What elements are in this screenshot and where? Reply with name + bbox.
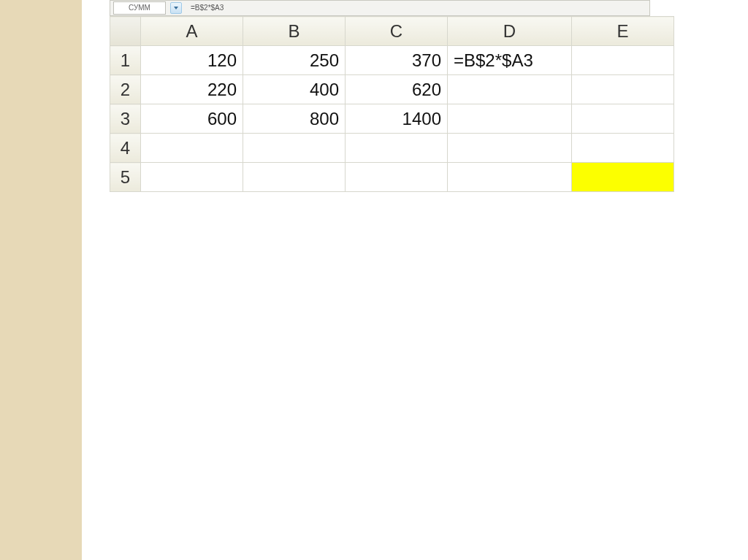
cell-C2[interactable]: 620 (346, 75, 448, 104)
row-header-2[interactable]: 2 (110, 75, 141, 104)
cell-A2[interactable]: 220 (141, 75, 243, 104)
table-row: 4 (110, 134, 674, 163)
cell-A4[interactable] (141, 134, 243, 163)
cell-D4[interactable] (448, 134, 572, 163)
table-row: 1 120 250 370 =B$2*$A3 (110, 46, 674, 75)
cell-E5[interactable] (572, 163, 674, 192)
row-header-1[interactable]: 1 (110, 46, 141, 75)
column-header-row: A B C D E (110, 17, 674, 46)
cell-C5[interactable] (346, 163, 448, 192)
cell-E4[interactable] (572, 134, 674, 163)
spreadsheet-container: СУММ =B$2*$A3 A B C D E 1 (110, 0, 650, 192)
name-box[interactable]: СУММ (113, 1, 166, 15)
cell-D5[interactable] (448, 163, 572, 192)
table-row: 3 600 800 1400 (110, 104, 674, 134)
row-header-5[interactable]: 5 (110, 163, 141, 192)
cell-B3[interactable]: 800 (243, 104, 346, 134)
cell-B4[interactable] (243, 134, 346, 163)
cell-E3[interactable] (572, 104, 674, 134)
select-all-corner[interactable] (110, 17, 141, 46)
cell-D3[interactable] (448, 104, 572, 134)
cell-D2[interactable] (448, 75, 572, 104)
cell-C1[interactable]: 370 (346, 46, 448, 75)
cell-C4[interactable] (346, 134, 448, 163)
cell-E1[interactable] (572, 46, 674, 75)
cell-D1[interactable]: =B$2*$A3 (448, 46, 572, 75)
cell-B5[interactable] (243, 163, 346, 192)
name-box-dropdown-icon[interactable] (170, 2, 182, 14)
page: СУММ =B$2*$A3 A B C D E 1 (0, 0, 748, 560)
table-row: 2 220 400 620 (110, 75, 674, 104)
formula-bar: СУММ =B$2*$A3 (110, 0, 650, 16)
cell-C3[interactable]: 1400 (346, 104, 448, 134)
col-header-C[interactable]: C (346, 17, 448, 46)
spreadsheet: A B C D E 1 120 250 370 =B$2*$A3 2 (110, 16, 674, 192)
cell-A3[interactable]: 600 (141, 104, 243, 134)
row-header-3[interactable]: 3 (110, 104, 141, 134)
cell-E2[interactable] (572, 75, 674, 104)
table-row: 5 (110, 163, 674, 192)
cell-A1[interactable]: 120 (141, 46, 243, 75)
row-header-4[interactable]: 4 (110, 134, 141, 163)
cell-B1[interactable]: 250 (243, 46, 346, 75)
col-header-E[interactable]: E (572, 17, 674, 46)
col-header-D[interactable]: D (448, 17, 572, 46)
cell-B2[interactable]: 400 (243, 75, 346, 104)
col-header-A[interactable]: A (141, 17, 243, 46)
decorative-left-strip (0, 0, 82, 560)
col-header-B[interactable]: B (243, 17, 346, 46)
cell-A5[interactable] (141, 163, 243, 192)
formula-input[interactable]: =B$2*$A3 (186, 2, 646, 14)
